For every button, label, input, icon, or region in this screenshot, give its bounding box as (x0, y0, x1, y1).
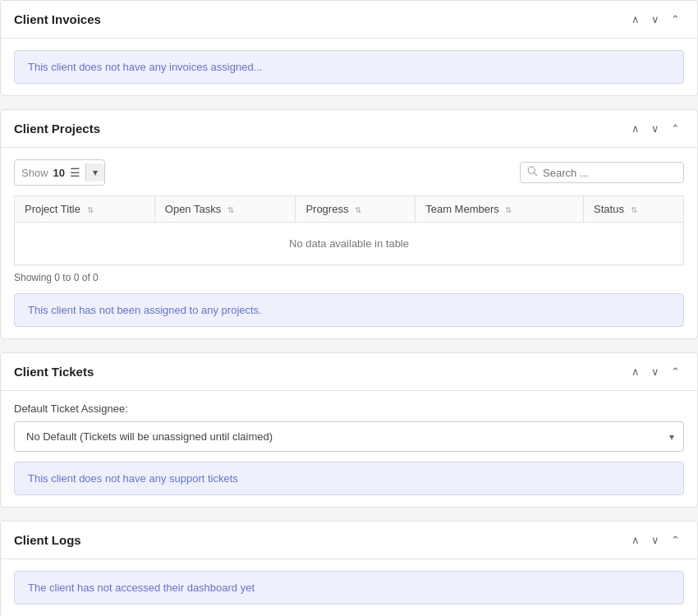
logs-title: Client Logs (14, 533, 81, 547)
projects-expand-btn[interactable]: ⌃ (667, 122, 684, 136)
projects-title: Client Projects (14, 122, 100, 136)
lines-icon: ☰ (70, 166, 80, 179)
tickets-expand-btn[interactable]: ⌃ (667, 365, 684, 379)
svg-line-1 (535, 173, 537, 176)
logs-empty-message: The client has not accessed their dashbo… (14, 571, 684, 605)
projects-table: Project Title ⇅ Open Tasks ⇅ Progress ⇅ … (14, 195, 684, 265)
col-team-members-label: Team Members (425, 203, 499, 215)
col-team-members[interactable]: Team Members ⇅ (416, 196, 584, 223)
col-progress[interactable]: Progress ⇅ (296, 196, 416, 223)
tickets-title: Client Tickets (14, 365, 94, 379)
tickets-controls: ∧ ∨ ⌃ (627, 365, 684, 379)
assignee-select-wrap: No Default (Tickets will be unassigned u… (14, 421, 684, 452)
show-label: Show (21, 167, 48, 179)
tickets-empty-message: This client does not have any support ti… (14, 462, 684, 495)
no-data-row: No data available in table (15, 223, 684, 265)
invoices-title: Client Invoices (14, 12, 101, 26)
tickets-header: Client Tickets ∧ ∨ ⌃ (1, 353, 697, 391)
sort-icon-team-members[interactable]: ⇅ (505, 206, 512, 214)
show-count: 10 (53, 167, 65, 179)
tickets-body: Default Ticket Assignee: No Default (Tic… (1, 391, 697, 507)
logs-body: The client has not accessed their dashbo… (1, 559, 697, 616)
col-progress-label: Progress (305, 203, 348, 215)
sort-icon-open-tasks[interactable]: ⇅ (227, 206, 234, 214)
logs-expand-btn[interactable]: ⌃ (667, 533, 684, 547)
search-icon (527, 166, 538, 179)
invoices-controls: ∧ ∨ ⌃ (627, 12, 684, 26)
projects-header: Client Projects ∧ ∨ ⌃ (1, 110, 697, 148)
sort-icon-project-title[interactable]: ⇅ (87, 206, 94, 214)
invoices-body: This client does not have any invoices a… (1, 39, 697, 95)
table-header-row: Project Title ⇅ Open Tasks ⇅ Progress ⇅ … (15, 196, 684, 223)
show-control[interactable]: Show 10 ☰ ▾ (14, 159, 105, 186)
col-open-tasks[interactable]: Open Tasks ⇅ (154, 196, 296, 223)
invoices-collapse-up-btn[interactable]: ∧ (627, 12, 644, 26)
invoices-collapse-down-btn[interactable]: ∨ (647, 12, 664, 26)
search-area (520, 162, 684, 183)
showing-text: Showing 0 to 0 of 0 (14, 272, 684, 283)
assignee-label: Default Ticket Assignee: (14, 402, 684, 415)
invoices-header: Client Invoices ∧ ∨ ⌃ (1, 1, 697, 39)
tickets-collapse-down-btn[interactable]: ∨ (647, 365, 664, 379)
client-projects-section: Client Projects ∧ ∨ ⌃ Show 10 ☰ ▾ (0, 109, 698, 339)
client-invoices-section: Client Invoices ∧ ∨ ⌃ This client does n… (0, 0, 698, 96)
projects-toolbar: Show 10 ☰ ▾ (14, 159, 684, 186)
invoices-empty-message: This client does not have any invoices a… (14, 50, 684, 84)
col-project-title-label: Project Title (25, 203, 80, 215)
no-data-cell: No data available in table (15, 223, 684, 265)
projects-collapse-down-btn[interactable]: ∨ (647, 122, 664, 136)
col-status[interactable]: Status ⇅ (584, 196, 684, 223)
col-open-tasks-label: Open Tasks (165, 203, 221, 215)
show-dropdown-btn[interactable]: ▾ (85, 163, 104, 182)
projects-body: Show 10 ☰ ▾ Project Title (1, 148, 697, 338)
col-project-title[interactable]: Project Title ⇅ (15, 196, 155, 223)
logs-controls: ∧ ∨ ⌃ (627, 533, 684, 547)
projects-controls: ∧ ∨ ⌃ (627, 122, 684, 136)
col-status-label: Status (594, 203, 624, 215)
logs-collapse-down-btn[interactable]: ∨ (647, 533, 664, 547)
client-tickets-section: Client Tickets ∧ ∨ ⌃ Default Ticket Assi… (0, 352, 698, 508)
projects-empty-message: This client has not been assigned to any… (14, 293, 684, 327)
invoices-expand-btn[interactable]: ⌃ (667, 12, 684, 26)
projects-collapse-up-btn[interactable]: ∧ (627, 122, 644, 136)
sort-icon-status[interactable]: ⇅ (631, 206, 637, 214)
logs-header: Client Logs ∧ ∨ ⌃ (1, 522, 697, 559)
search-input[interactable] (543, 167, 674, 179)
logs-collapse-up-btn[interactable]: ∧ (627, 533, 644, 547)
tickets-collapse-up-btn[interactable]: ∧ (627, 365, 644, 379)
assignee-select[interactable]: No Default (Tickets will be unassigned u… (14, 421, 684, 452)
client-logs-section: Client Logs ∧ ∨ ⌃ The client has not acc… (0, 521, 698, 616)
sort-icon-progress[interactable]: ⇅ (355, 206, 361, 214)
